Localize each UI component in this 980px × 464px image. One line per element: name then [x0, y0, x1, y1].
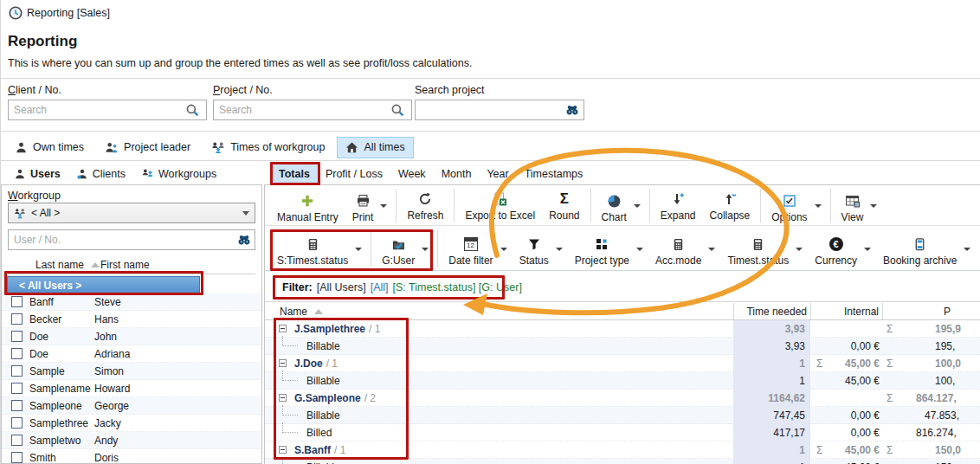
user-row[interactable]: BeckerHans — [2, 311, 261, 328]
column-price[interactable]: P — [944, 306, 951, 318]
tab-totals[interactable]: Totals — [271, 164, 318, 184]
user-row[interactable]: SampleSimon — [2, 363, 261, 380]
print-menu-arrow[interactable] — [380, 204, 387, 208]
user-checkbox[interactable] — [11, 296, 23, 307]
table-row-group[interactable]: J.Samplethree/ 1 3,93 Σ 195,9 — [265, 320, 980, 338]
user-row[interactable]: SmithDoris — [2, 449, 261, 464]
column-name[interactable]: Name — [280, 306, 323, 318]
column-last-name[interactable]: Last name — [35, 259, 100, 271]
user-row[interactable]: SamplenameHoward — [2, 380, 261, 397]
column-internal[interactable]: Internal — [810, 306, 879, 318]
currency-button[interactable]: Currency — [808, 231, 864, 267]
user-row[interactable]: DoeJohn — [2, 328, 261, 345]
round-button[interactable]: Round — [542, 186, 586, 225]
sort-ascending-icon — [314, 309, 323, 314]
user-row[interactable]: SampleoneGeorge — [2, 397, 261, 415]
client-search-input[interactable] — [8, 100, 207, 120]
view-button[interactable]: View — [835, 188, 871, 223]
tab-month[interactable]: Month — [434, 164, 480, 184]
user-checkbox[interactable] — [11, 331, 23, 342]
collapse-node-icon[interactable] — [279, 394, 287, 402]
status-menu-arrow[interactable] — [556, 248, 563, 251]
calculator-icon — [751, 237, 764, 252]
expand-button[interactable]: Expand — [654, 186, 703, 225]
status-button[interactable]: Status — [513, 231, 556, 267]
manual-entry-button[interactable]: Manual Entry — [270, 188, 345, 223]
table-row-child-partial[interactable]: Billable 1 45,00 € 150, — [265, 459, 980, 464]
project-type-menu-arrow[interactable] — [636, 248, 643, 251]
options-button[interactable]: Options — [764, 188, 814, 223]
tab-week[interactable]: Week — [390, 164, 434, 184]
user-row[interactable]: DoeAdriana — [2, 345, 261, 363]
user-row[interactable]: SamplethreeJacky — [2, 415, 261, 432]
project-type-button[interactable]: Project type — [568, 231, 636, 267]
user-checkbox[interactable] — [11, 400, 23, 411]
user-checkbox[interactable] — [11, 452, 23, 463]
report-toolbar: Manual Entry Print Refresh — [265, 186, 980, 226]
tab-timestamps[interactable]: Timestamps — [517, 164, 591, 184]
acc-mode-button[interactable]: Acc.mode — [648, 231, 708, 267]
booking-archive-button[interactable]: Booking archive — [876, 231, 964, 267]
tab-year[interactable]: Year — [479, 164, 516, 184]
options-menu-arrow[interactable] — [815, 204, 822, 208]
user-checkbox[interactable] — [11, 313, 23, 325]
tab-workgroups[interactable]: Workgroups — [133, 164, 224, 184]
view-menu-arrow[interactable] — [870, 204, 877, 208]
tab-project-leader[interactable]: Project leader — [96, 137, 199, 158]
chart-menu-arrow[interactable] — [634, 204, 641, 208]
workgroup-icon — [14, 208, 26, 219]
table-row-group[interactable]: G.Sampleone/ 2 1164,62 Σ 864.127, — [265, 390, 980, 407]
collapse-button[interactable]: Collapse — [703, 186, 758, 225]
table-row-group[interactable]: S.Banff/ 1 1 Σ 45,00 € Σ 150,0 — [265, 441, 980, 459]
chart-button[interactable]: Chart — [595, 188, 634, 223]
group-user-button[interactable]: G:User — [375, 231, 422, 267]
all-users-row[interactable]: < All Users > — [7, 276, 200, 294]
table-row-child[interactable]: Billable 747,45 0,00 € 47.853, — [265, 407, 980, 424]
sort-timest-status-button[interactable]: S:Timest.status — [270, 231, 355, 267]
export-to-excel-button[interactable]: Export to Excel — [458, 186, 542, 225]
home-icon — [345, 141, 358, 154]
user-row[interactable]: BanffSteve — [2, 293, 261, 311]
timest-status-button[interactable]: Timest.status — [720, 231, 796, 267]
refresh-button[interactable]: Refresh — [400, 186, 450, 225]
search-project-input[interactable] — [415, 100, 584, 120]
tab-clients[interactable]: Clients — [68, 164, 133, 184]
calculator-icon — [306, 237, 319, 252]
acc-mode-menu-arrow[interactable] — [708, 248, 715, 251]
tab-all-times[interactable]: All times — [337, 137, 413, 158]
user-checkbox[interactable] — [11, 383, 23, 394]
collapse-node-icon[interactable] — [279, 359, 287, 367]
group-menu-arrow[interactable] — [422, 248, 429, 251]
column-first-name[interactable]: First name — [100, 259, 150, 271]
collapse-icon — [723, 192, 737, 206]
table-row-child[interactable]: Billable 1 45,00 € 100, — [265, 372, 980, 390]
currency-menu-arrow[interactable] — [864, 248, 871, 251]
tab-label: Own times — [33, 141, 84, 153]
tab-times-of-workgroup[interactable]: Times of workgroup — [203, 137, 333, 158]
timest-status-menu-arrow[interactable] — [796, 248, 803, 251]
table-row-child[interactable]: Billed 417,17 0,00 € 816.274, — [265, 424, 980, 441]
table-row-child[interactable]: Billable 3,93 0,00 € 195, — [265, 338, 980, 355]
tab-users[interactable]: Users — [6, 164, 68, 184]
collapse-node-icon[interactable] — [279, 446, 287, 454]
users-panel: Users Clients Workgroups Workgroup — [1, 163, 262, 464]
user-checkbox[interactable] — [11, 435, 23, 446]
user-search-input[interactable] — [8, 229, 255, 250]
column-time-needed[interactable]: Time needed — [733, 306, 807, 318]
tab-profit-loss[interactable]: Profit / Loss — [318, 164, 390, 184]
workgroup-select[interactable]: < All > — [8, 203, 255, 223]
collapse-node-icon[interactable] — [279, 325, 287, 332]
user-row[interactable]: SampletwoAndy — [2, 432, 261, 449]
user-checkbox[interactable] — [11, 365, 23, 377]
table-row-group[interactable]: J.Doe/ 1 1 Σ 45,00 € Σ 100,0 — [265, 355, 980, 372]
booking-archive-menu-arrow[interactable] — [964, 248, 970, 251]
blocks-icon — [595, 237, 609, 251]
sort-menu-arrow[interactable] — [355, 248, 362, 251]
user-checkbox[interactable] — [11, 417, 23, 429]
date-filter-menu-arrow[interactable] — [500, 248, 507, 251]
tab-own-times[interactable]: Own times — [6, 137, 93, 158]
print-button[interactable]: Print — [345, 188, 381, 223]
date-filter-button[interactable]: Date filter — [442, 231, 500, 267]
user-checkbox[interactable] — [11, 348, 23, 359]
project-search-input[interactable] — [213, 100, 412, 120]
